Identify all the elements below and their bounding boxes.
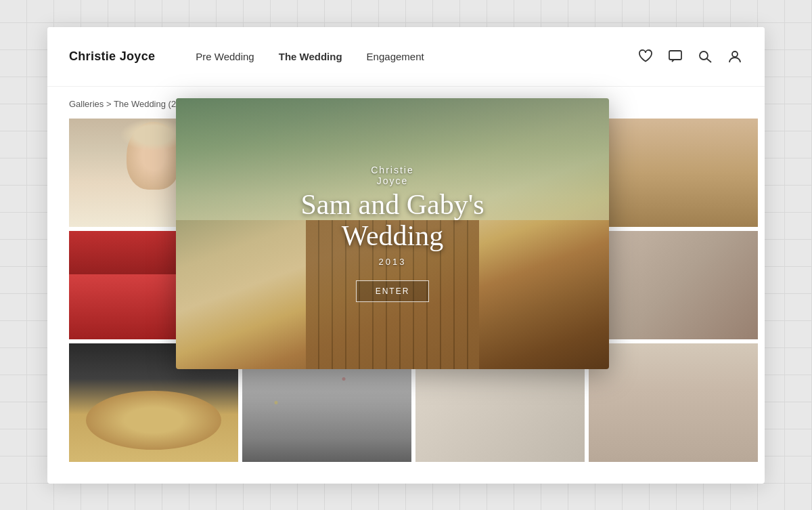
nav-item-the-wedding[interactable]: The Wedding <box>279 51 342 62</box>
header-icons <box>637 48 743 64</box>
photo-portrait-smile[interactable] <box>589 343 758 462</box>
modal-title: Sam and Gaby'sWedding <box>300 189 484 251</box>
comment-icon[interactable] <box>667 48 683 64</box>
svg-point-3 <box>732 51 738 57</box>
app-window: Christie Joyce Pre Wedding The Wedding E… <box>47 27 765 484</box>
nav-item-pre-wedding[interactable]: Pre Wedding <box>196 51 254 62</box>
logo: Christie Joyce <box>69 49 155 64</box>
svg-point-1 <box>700 51 708 60</box>
user-icon[interactable] <box>727 48 743 64</box>
modal-enter-button[interactable]: ENTER <box>356 280 430 302</box>
photo-tan-detail[interactable] <box>589 119 758 227</box>
modal-year: 2013 <box>300 257 484 267</box>
svg-line-2 <box>707 59 712 63</box>
photo-wedding-detail[interactable] <box>589 231 758 339</box>
heart-icon[interactable] <box>637 48 654 64</box>
modal-background: ChristieJoyce Sam and Gaby'sWedding 2013… <box>176 98 609 369</box>
nav-item-engagement[interactable]: Engagement <box>367 51 424 62</box>
header: Christie Joyce Pre Wedding The Wedding E… <box>47 27 765 87</box>
search-icon[interactable] <box>697 48 713 64</box>
modal-card[interactable]: ChristieJoyce Sam and Gaby'sWedding 2013… <box>176 98 609 369</box>
modal-content: ChristieJoyce Sam and Gaby'sWedding 2013… <box>300 165 484 302</box>
main-nav: Pre Wedding The Wedding Engagement <box>196 51 637 62</box>
gallery-area: ChristieJoyce Sam and Gaby'sWedding 2013… <box>47 119 765 484</box>
svg-rect-0 <box>669 51 681 60</box>
modal-subtitle: ChristieJoyce <box>300 165 484 186</box>
